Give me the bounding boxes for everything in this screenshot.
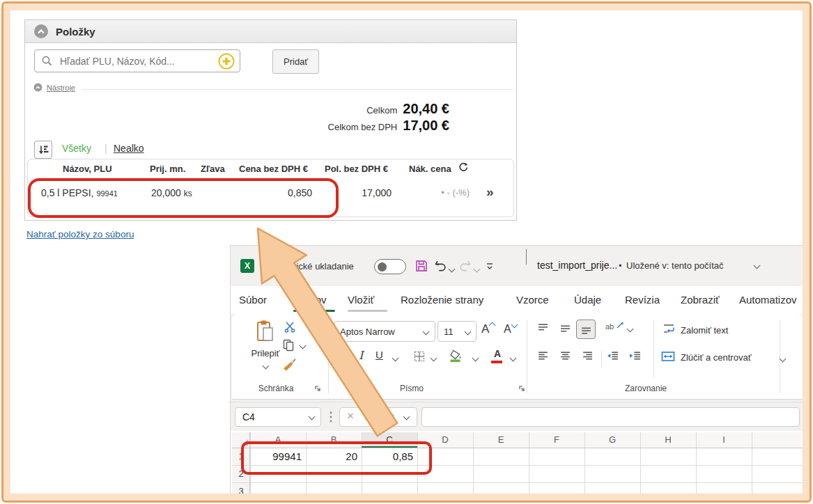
format-painter-icon[interactable] [282,357,297,372]
saved-location-label[interactable]: Uložené v: tento počítač [626,260,723,271]
font-size-select[interactable]: 11 [438,321,477,342]
wrap-text-label[interactable]: Zalomiť text [681,325,728,336]
row-line-no-vat: 17,000 [337,187,392,198]
paste-button[interactable]: Prilepiť [249,317,282,381]
tab-zobrazit[interactable]: Zobraziť [681,286,720,314]
merge-center-icon[interactable] [661,351,675,362]
borders-icon[interactable] [413,350,426,363]
filter-nealko[interactable]: Nealko [114,143,144,154]
clipboard-group-label: Schránka [250,384,302,393]
col-header-f[interactable]: F [529,432,584,448]
insert-function-icon[interactable]: fx [383,411,393,423]
panel-title: Položky [56,26,95,38]
align-top-icon[interactable] [537,322,549,334]
italic-button[interactable]: I [359,349,363,362]
group-divider [527,320,527,393]
formula-input[interactable] [421,407,800,427]
grow-font-button[interactable]: A [481,322,494,336]
tab-subor[interactable]: Súbor [239,286,267,314]
name-box-resize-dots[interactable] [330,411,332,423]
clipboard-dialog-launcher-icon[interactable] [314,385,321,392]
redo-icon[interactable] [458,260,472,273]
tools-link[interactable]: Nástroje [33,83,75,92]
font-color-button[interactable]: A [491,347,504,363]
document-title[interactable]: test_import_prije... [537,260,617,271]
shrink-font-button[interactable]: A [504,323,516,336]
quick-access-customize-icon[interactable] [486,262,494,271]
autosave-label: Automatické ukladanie [263,261,354,271]
add-button[interactable]: Pridať [272,49,319,74]
tab-revizia[interactable]: Revízia [625,286,660,314]
col-header-g[interactable]: G [584,432,640,448]
align-inner-divider [653,320,654,378]
align-right-icon[interactable] [582,350,594,362]
excel-logo-icon[interactable]: X [240,259,254,273]
indent-divider [601,350,602,368]
enter-icon[interactable]: ✓ [365,411,373,422]
ribbon: Prilepiť Schránka Aptos Narrow [231,314,803,402]
col-header-i[interactable]: I [696,432,752,448]
align-bottom-button-selected[interactable] [576,320,596,339]
autosave-toggle[interactable] [374,259,406,274]
toggle-knob [378,262,387,271]
filter-all[interactable]: Všetky [62,143,91,154]
items-panel-header: Položky [25,20,516,43]
align-middle-icon[interactable] [559,322,571,334]
tab-udaje[interactable]: Údaje [574,286,601,314]
formula-buttons: × ✓ fx [339,407,417,427]
underline-button[interactable]: U [375,349,383,361]
ribbon-tabs: Súbor Domov Vložiť Rozloženie strany Vzo… [231,286,803,314]
clipboard-icon [256,320,275,343]
saved-location-chevron[interactable] [754,262,761,269]
refresh-icon[interactable] [458,162,468,173]
col-name-plu: Názov, PLU [63,164,112,174]
font-name-select[interactable]: Aptos Narrow [334,321,435,342]
collapse-tools-icon [33,83,42,92]
tab-rozlozenie[interactable]: Rozloženie strany [401,286,483,314]
row-purchase: • - (-%) [418,187,470,198]
undo-icon[interactable] [433,260,447,273]
cut-icon[interactable] [284,321,296,333]
col-discount: Zľava [201,164,225,174]
wrap-text-icon[interactable] [663,322,675,335]
tab-automatizovat[interactable]: Automatizov [739,286,797,314]
decrease-indent-icon[interactable] [607,350,619,362]
sort-button[interactable] [34,141,52,159]
orientation-button[interactable]: ab [605,321,624,331]
cancel-icon[interactable]: × [347,409,354,423]
col-received-qty: Prij. mn. [150,164,185,174]
title-dot: • [619,260,622,271]
undo-menu-chevron[interactable] [449,266,456,273]
upload-from-file-link[interactable]: Nahrať položky zo súboru [26,229,134,239]
align-left-icon[interactable] [537,350,549,362]
increase-indent-icon[interactable] [629,350,641,362]
excel-titlebar: X Automatické ukladanie test_import_prij… [231,246,803,286]
fill-color-icon[interactable] [449,349,463,363]
text-caret [526,249,527,265]
search-input[interactable] [59,55,212,68]
row-expand-chevrons[interactable]: » [486,184,494,200]
tab-vzorce[interactable]: Vzorce [516,286,549,314]
redo-menu-chevron[interactable] [474,266,481,273]
row-highlight [28,178,339,218]
col-header-e[interactable]: E [473,432,529,448]
font-color-bar [491,361,502,363]
collapse-panel-icon[interactable] [33,24,49,39]
insert-function-chevron[interactable] [403,414,410,420]
add-item-plus-icon[interactable] [217,52,235,70]
totals-block: Celkom20,40 € Celkom bez DPH17,00 € [328,101,449,134]
total-label: Celkom [366,105,397,116]
font-size-chevron [465,329,472,336]
row-header-3[interactable]: 3 [232,483,250,500]
paste-menu-chevron[interactable] [262,363,269,370]
name-box[interactable]: C4 [235,407,321,427]
align-center-icon[interactable] [559,350,571,362]
search-box[interactable] [34,49,240,72]
merge-center-label[interactable]: Zlúčiť a centrovať [681,352,752,363]
sort-icon [38,144,49,155]
save-icon[interactable] [415,259,428,273]
font-dialog-launcher-icon[interactable] [518,385,525,392]
copy-icon[interactable] [282,339,295,352]
filter-separator: | [104,143,107,154]
col-header-h[interactable]: H [640,432,696,448]
